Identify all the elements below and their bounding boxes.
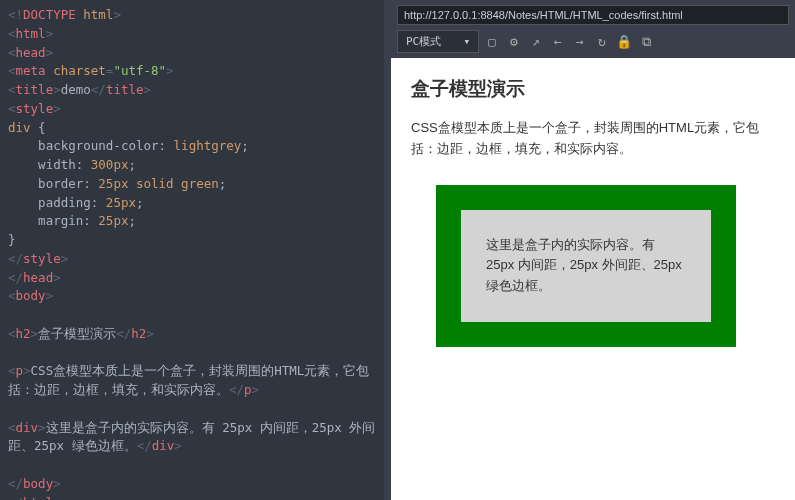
new-window-icon[interactable]: ▢ [483, 34, 501, 49]
code-editor[interactable]: <!DOCTYPE html> <html> <head> <meta char… [0, 0, 384, 500]
url-input[interactable] [397, 5, 789, 25]
chevron-down-icon: ▾ [463, 35, 470, 48]
back-icon[interactable]: ← [549, 34, 567, 49]
url-bar [391, 0, 795, 27]
page-paragraph: CSS盒模型本质上是一个盒子，封装周围的HTML元素，它包括：边距，边框，填充，… [411, 118, 775, 160]
page-title: 盒子模型演示 [411, 76, 775, 102]
forward-icon[interactable]: → [571, 34, 589, 49]
box-model-demo: 这里是盒子内的实际内容。有 25px 内间距，25px 外间距、25px 绿色边… [436, 185, 736, 347]
gear-icon[interactable]: ⚙ [505, 34, 523, 49]
mode-select[interactable]: PC模式 ▾ [397, 30, 479, 53]
browser-toolbar: PC模式 ▾ ▢ ⚙ ↗ ← → ↻ 🔒 ⧉ [391, 27, 795, 58]
external-icon[interactable]: ↗ [527, 34, 545, 49]
menu-icon[interactable]: ⧉ [637, 34, 655, 50]
pane-divider[interactable] [384, 0, 391, 500]
refresh-icon[interactable]: ↻ [593, 34, 611, 49]
preview-browser: PC模式 ▾ ▢ ⚙ ↗ ← → ↻ 🔒 ⧉ 盒子模型演示 CSS盒模型本质上是… [391, 0, 795, 500]
rendered-page: 盒子模型演示 CSS盒模型本质上是一个盒子，封装周围的HTML元素，它包括：边距… [391, 58, 795, 500]
lock-icon[interactable]: 🔒 [615, 34, 633, 49]
